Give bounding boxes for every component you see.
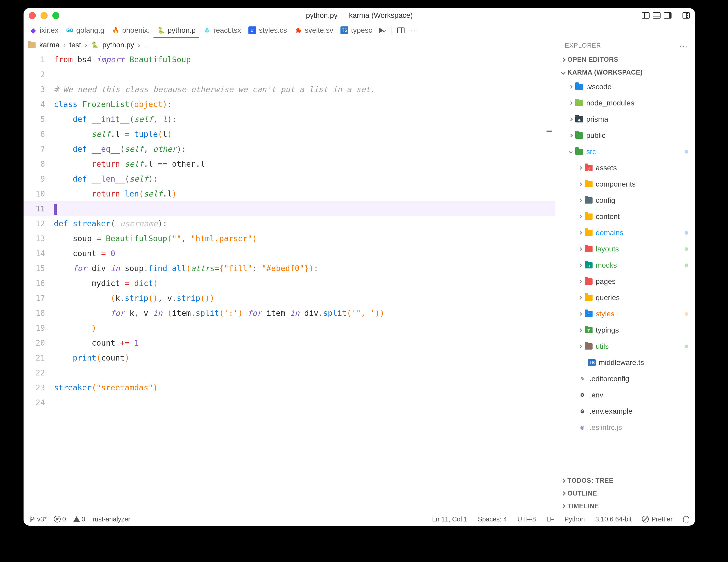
code-line[interactable]: 22 — [24, 365, 555, 380]
code-line[interactable]: 23streaker("sreetamdas") — [24, 380, 555, 395]
line-number: 2 — [24, 67, 54, 82]
code-line[interactable]: 2 — [24, 67, 555, 82]
toggle-sidebar-left-icon[interactable] — [642, 12, 650, 19]
section-outline[interactable]: OUTLINE — [555, 487, 695, 500]
customize-layout-icon[interactable] — [683, 12, 690, 19]
code-line[interactable]: 17 (k.strip(), v.strip()) — [24, 291, 555, 306]
more-actions-icon[interactable]: ··· — [410, 26, 418, 35]
eol-button[interactable]: LF — [546, 515, 554, 523]
tab-stylescs[interactable]: #styles.cs — [245, 23, 291, 38]
code-line[interactable]: 24 — [24, 395, 555, 410]
tree-item-label: .eslintrc.js — [589, 423, 622, 432]
code-line[interactable]: 21 print(count) — [24, 350, 555, 365]
indentation-button[interactable]: Spaces: 4 — [478, 515, 507, 523]
tree-item-public[interactable]: public — [555, 127, 695, 144]
code-line[interactable]: 3# We need this class because otherwise … — [24, 82, 555, 97]
notifications-icon[interactable] — [683, 516, 689, 522]
close-icon[interactable] — [29, 12, 36, 19]
line-number: 21 — [24, 350, 54, 365]
code-line[interactable]: 7 def __eq__(self, other): — [24, 141, 555, 156]
code-line[interactable]: 11 — [24, 201, 555, 216]
more-actions-icon[interactable]: ··· — [680, 41, 688, 50]
minimize-icon[interactable] — [41, 12, 48, 19]
titlebar: python.py — karma (Workspace) — [24, 8, 695, 23]
run-button[interactable] — [379, 27, 385, 33]
tree-item-mocks[interactable]: ☺mocks — [555, 257, 695, 273]
git-branch-button[interactable]: v3* — [29, 515, 47, 523]
tree-item-vscode[interactable]: .vscode — [555, 79, 695, 95]
section-open-editors[interactable]: OPEN EDITORS — [555, 53, 695, 66]
language-mode-button[interactable]: Python — [565, 515, 585, 523]
warnings-button[interactable]: 0 — [73, 515, 85, 523]
code-line[interactable]: 16 mydict = dict( — [24, 276, 555, 291]
tab-golangg[interactable]: GOgolang.g — [62, 23, 108, 38]
python-interpreter-button[interactable]: 3.10.6 64-bit — [595, 515, 632, 523]
folder-icon: T — [585, 327, 593, 333]
code-line[interactable]: 19 ) — [24, 321, 555, 336]
tab-sveltesv[interactable]: ◉svelte.sv — [291, 23, 337, 38]
toggle-sidebar-right-icon[interactable] — [664, 12, 672, 19]
chevron-right-icon — [578, 215, 582, 218]
tab-pythonp[interactable]: 🐍python.p — [153, 23, 199, 38]
code-line[interactable]: 9 def __len__(self): — [24, 171, 555, 186]
code-line[interactable]: 15 for div in soup.find_all(attrs={"fill… — [24, 261, 555, 276]
code-line[interactable]: 5 def __init__(self, l): — [24, 112, 555, 127]
tree-item-src[interactable]: src — [555, 144, 695, 160]
prettier-button[interactable]: Prettier — [642, 515, 673, 523]
maximize-icon[interactable] — [52, 12, 59, 19]
code-editor[interactable]: 1from bs4 import BeautifulSoup23# We nee… — [24, 52, 555, 513]
breadcrumb[interactable]: karma › test › 🐍 python.py › ... — [24, 38, 555, 52]
tree-item-typings[interactable]: Ttypings — [555, 322, 695, 338]
tree-item-assets[interactable]: {}assets — [555, 160, 695, 176]
folder-icon — [585, 295, 593, 301]
code-text: from bs4 import BeautifulSoup — [54, 52, 191, 67]
code-line[interactable]: 14 count = 0 — [24, 246, 555, 261]
crumb-sub: test — [69, 41, 81, 49]
folder-icon: ☺ — [585, 262, 593, 268]
tree-item-envexample[interactable]: ⚙.env.example — [555, 403, 695, 419]
code-line[interactable]: 8 return self.l == other.l — [24, 156, 555, 171]
code-line[interactable]: 4class FrozenList(object): — [24, 97, 555, 112]
tree-item-layouts[interactable]: layouts — [555, 241, 695, 257]
tab-ixirex[interactable]: ◆ixir.ex — [26, 23, 62, 38]
tab-reacttsx[interactable]: ⚛react.tsx — [199, 23, 245, 38]
tree-item-config[interactable]: config — [555, 192, 695, 208]
code-line[interactable]: 6 self.l = tuple(l) — [24, 127, 555, 141]
code-line[interactable]: 10 return len(self.l) — [24, 186, 555, 201]
tree-item-content[interactable]: content — [555, 208, 695, 225]
tree-item-pages[interactable]: pages — [555, 273, 695, 290]
section-todos[interactable]: TODOS: TREE — [555, 474, 695, 487]
tab-phoenix[interactable]: 🔥phoenix. — [108, 23, 153, 38]
tree-item-queries[interactable]: queries — [555, 290, 695, 306]
tree-item-editorconfig[interactable]: ✎.editorconfig — [555, 371, 695, 387]
tree-item-components[interactable]: components — [555, 176, 695, 192]
encoding-button[interactable]: UTF-8 — [517, 515, 536, 523]
toggle-panel-icon[interactable] — [653, 12, 661, 19]
code-line[interactable]: 12def streaker(_username): — [24, 216, 555, 231]
code-line[interactable]: 1from bs4 import BeautifulSoup — [24, 52, 555, 67]
tree-item-eslintrcjs[interactable]: ◉.eslintrc.js — [555, 419, 695, 436]
code-line[interactable]: 20 count += 1 — [24, 336, 555, 350]
python-icon: 🐍 — [157, 26, 165, 34]
tree-item-domains[interactable]: domains — [555, 225, 695, 241]
folder-icon — [585, 278, 593, 285]
line-number: 11 — [24, 201, 54, 216]
cursor-position[interactable]: Ln 11, Col 1 — [432, 515, 468, 523]
tab-typesc[interactable]: TStypesc — [337, 23, 376, 38]
tree-item-styles[interactable]: #styles — [555, 306, 695, 322]
code-line[interactable]: 18 for k, v in (item.split(':') for item… — [24, 306, 555, 321]
split-editor-icon[interactable] — [397, 27, 405, 33]
section-timeline[interactable]: TIMELINE — [555, 500, 695, 513]
code-line[interactable]: 13 soup = BeautifulSoup("", "html.parser… — [24, 231, 555, 246]
errors-button[interactable]: 0 — [54, 515, 66, 523]
git-status-dot — [685, 345, 688, 348]
file-tree: .vscodenode_modules◆prismapublicsrc{}ass… — [555, 79, 695, 474]
chevron-right-icon — [578, 263, 582, 267]
tree-item-env[interactable]: ⚙.env — [555, 387, 695, 403]
tree-item-node_modules[interactable]: node_modules — [555, 95, 695, 111]
rust-analyzer-status[interactable]: rust-analyzer — [93, 515, 130, 523]
tree-item-prisma[interactable]: ◆prisma — [555, 111, 695, 127]
section-workspace[interactable]: KARMA (WORKSPACE) — [555, 66, 695, 79]
tree-item-middlewarets[interactable]: TSmiddleware.ts — [555, 355, 695, 371]
tree-item-utils[interactable]: utils — [555, 338, 695, 355]
